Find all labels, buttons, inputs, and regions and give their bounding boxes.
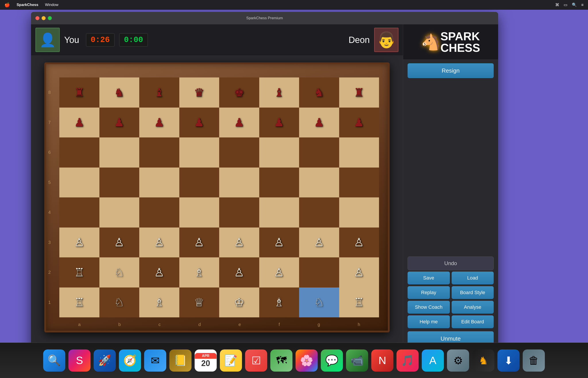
dock-safari[interactable]: 🧭 xyxy=(119,350,141,372)
square-f4[interactable] xyxy=(259,197,299,228)
square-a8[interactable]: ♜ xyxy=(59,78,99,108)
square-a7[interactable]: ♟ xyxy=(59,108,99,138)
square-d3[interactable]: ♙ xyxy=(179,228,219,258)
replay-button[interactable]: Replay xyxy=(408,286,450,299)
square-f1[interactable]: ♗ xyxy=(259,287,299,318)
square-h7[interactable]: ♟ xyxy=(339,108,379,138)
square-c8[interactable]: ♝ xyxy=(139,78,179,108)
square-a4[interactable] xyxy=(59,197,99,228)
dock-mail[interactable]: ✉ xyxy=(144,350,166,372)
dock-photos[interactable]: 🌸 xyxy=(296,350,318,372)
square-d6[interactable] xyxy=(179,137,219,168)
square-e8[interactable]: ♚ xyxy=(219,78,259,108)
square-h6[interactable] xyxy=(339,137,379,168)
square-b5[interactable] xyxy=(99,168,139,198)
control-center-icon[interactable]: ≡ xyxy=(581,3,584,7)
square-c6[interactable] xyxy=(139,137,179,168)
square-b3[interactable]: ♙ xyxy=(99,228,139,258)
save-button[interactable]: Save xyxy=(408,271,450,284)
square-g4[interactable] xyxy=(299,197,339,228)
dock-messages[interactable]: 💬 xyxy=(321,350,343,372)
dock-notes[interactable]: 📝 xyxy=(220,350,242,372)
maximize-button[interactable] xyxy=(48,16,52,20)
show-coach-button[interactable]: Show Coach xyxy=(408,301,450,314)
minimize-button[interactable] xyxy=(42,16,46,20)
square-a2[interactable]: ♖ xyxy=(59,257,99,287)
square-c4[interactable] xyxy=(139,197,179,228)
square-g6[interactable] xyxy=(299,137,339,168)
search-icon[interactable]: 🔍 xyxy=(572,2,577,7)
square-h5[interactable] xyxy=(339,168,379,198)
square-a1[interactable]: ♖ xyxy=(59,287,99,318)
square-b7[interactable]: ♟ xyxy=(99,108,139,138)
square-g8[interactable]: ♞ xyxy=(299,78,339,108)
square-c1[interactable]: ♗ xyxy=(139,287,179,318)
square-b6[interactable] xyxy=(99,137,139,168)
square-f7[interactable]: ♟ xyxy=(259,108,299,138)
analyse-button[interactable]: Analyse xyxy=(452,301,494,314)
dock-settings[interactable]: ⚙ xyxy=(447,350,469,372)
dock-sparky[interactable]: ♞ xyxy=(472,350,494,372)
square-e3[interactable]: ♙ xyxy=(219,228,259,258)
square-h8[interactable]: ♜ xyxy=(339,78,379,108)
square-e6[interactable] xyxy=(219,137,259,168)
square-f5[interactable] xyxy=(259,168,299,198)
dock-music[interactable]: 🎵 xyxy=(397,350,419,372)
square-d8[interactable]: ♛ xyxy=(179,78,219,108)
square-b2[interactable]: ♘ xyxy=(99,257,139,287)
square-c2[interactable]: ♙ xyxy=(139,257,179,287)
square-a3[interactable]: ♙ xyxy=(59,228,99,258)
square-f2[interactable]: ♙ xyxy=(259,257,299,287)
square-g3[interactable]: ♙ xyxy=(299,228,339,258)
dock-appstore[interactable]: A xyxy=(422,350,444,372)
square-d5[interactable] xyxy=(179,168,219,198)
apple-menu[interactable]: 🍎 xyxy=(4,2,10,8)
square-b1[interactable]: ♘ xyxy=(99,287,139,318)
dock-launchpad[interactable]: 🚀 xyxy=(94,350,116,372)
square-a6[interactable] xyxy=(59,137,99,168)
dock-siri[interactable]: S xyxy=(68,350,91,372)
undo-button[interactable]: Undo xyxy=(408,256,494,270)
close-button[interactable] xyxy=(35,16,40,20)
square-h3[interactable]: ♙ xyxy=(339,228,379,258)
square-b4[interactable] xyxy=(99,197,139,228)
square-h2[interactable]: ♙ xyxy=(339,257,379,287)
square-d2[interactable]: ♗ xyxy=(179,257,219,287)
dock-facetime[interactable]: 📹 xyxy=(346,350,368,372)
square-e4[interactable] xyxy=(219,197,259,228)
square-d7[interactable]: ♟ xyxy=(179,108,219,138)
dock-finder[interactable]: 🔍 xyxy=(43,350,65,372)
square-e5[interactable] xyxy=(219,168,259,198)
dock-trash[interactable]: 🗑 xyxy=(523,350,545,372)
square-d1[interactable]: ♕ xyxy=(179,287,219,318)
chess-board[interactable]: 8 7 6 5 4 3 2 1 ♜ ♞ xyxy=(44,62,390,332)
square-b8[interactable]: ♞ xyxy=(99,78,139,108)
menubar-app-name[interactable]: SparkChess xyxy=(17,3,38,7)
menubar-window[interactable]: Window xyxy=(45,3,58,7)
square-g7[interactable]: ♟ xyxy=(299,108,339,138)
board-style-button[interactable]: Board Style xyxy=(452,286,494,299)
square-e7[interactable]: ♟ xyxy=(219,108,259,138)
resign-button[interactable]: Resign xyxy=(408,63,494,78)
square-e2[interactable]: ♙ xyxy=(219,257,259,287)
dock-news[interactable]: N xyxy=(371,350,393,372)
dock-download[interactable]: ⬇ xyxy=(497,350,520,372)
square-c3[interactable]: ♙ xyxy=(139,228,179,258)
help-me-button[interactable]: Help me xyxy=(408,315,450,328)
square-f8[interactable]: ♝ xyxy=(259,78,299,108)
edit-board-button[interactable]: Edit Board xyxy=(452,315,494,328)
square-a5[interactable] xyxy=(59,168,99,198)
dock-reminders[interactable]: ☑ xyxy=(245,350,267,372)
dock-calendar[interactable]: APR 20 xyxy=(195,350,217,372)
square-f3[interactable]: ♙ xyxy=(259,228,299,258)
square-g5[interactable] xyxy=(299,168,339,198)
square-f6[interactable] xyxy=(259,137,299,168)
square-c7[interactable]: ♟ xyxy=(139,108,179,138)
square-d4[interactable] xyxy=(179,197,219,228)
square-g1[interactable]: ♘ xyxy=(299,287,339,318)
load-button[interactable]: Load xyxy=(452,271,494,284)
dock-maps[interactable]: 🗺 xyxy=(270,350,292,372)
square-c5[interactable] xyxy=(139,168,179,198)
square-h4[interactable] xyxy=(339,197,379,228)
dock-notefile[interactable]: 📒 xyxy=(169,350,191,372)
